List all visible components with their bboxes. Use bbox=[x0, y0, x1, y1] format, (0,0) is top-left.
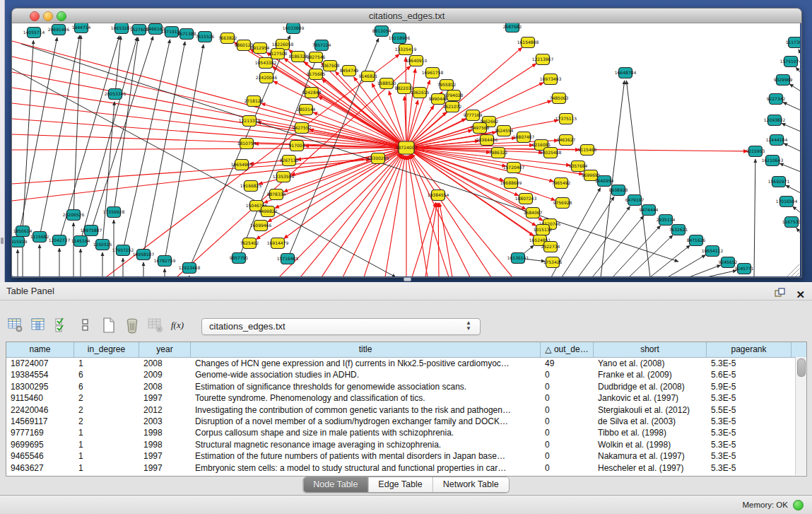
network-canvas[interactable]: 7663822986012389129541822605891275081054… bbox=[12, 23, 800, 276]
graph-node[interactable]: 12923468 bbox=[179, 263, 201, 274]
graph-node[interactable]: 9499822 bbox=[259, 206, 278, 217]
graph-node[interactable]: 2935114 bbox=[657, 215, 676, 226]
graph-edge[interactable] bbox=[12, 88, 399, 146]
graph-node[interactable]: 9215953 bbox=[746, 146, 765, 157]
window-titlebar[interactable]: citations_edges.txt bbox=[12, 8, 801, 23]
delete-rows-icon[interactable] bbox=[124, 317, 142, 335]
graph-edge[interactable] bbox=[707, 270, 736, 276]
memory-status-indicator[interactable] bbox=[793, 500, 804, 510]
graph-edge[interactable] bbox=[385, 156, 405, 276]
graph-node[interactable]: 9127508 bbox=[269, 49, 288, 59]
graph-edge[interactable] bbox=[613, 226, 661, 276]
table-row[interactable]: 946362711997Embryonic stem cells: a mode… bbox=[6, 462, 806, 474]
graph-edge[interactable] bbox=[626, 81, 650, 276]
graph-node[interactable]: 9242848 bbox=[302, 88, 322, 98]
graph-node[interactable]: 8878334 bbox=[267, 189, 286, 200]
graph-node[interactable]: 2718120 bbox=[245, 96, 264, 107]
float-panel-icon[interactable] bbox=[775, 286, 785, 303]
graph-node[interactable]: 1117306 bbox=[786, 37, 800, 48]
graph-node[interactable]: 1621072 bbox=[443, 102, 462, 112]
table-row[interactable]: 977716911998Corpus callosum shape and si… bbox=[6, 427, 806, 438]
graph-node[interactable]: 10958107 bbox=[133, 250, 155, 260]
graph-node[interactable]: 1362615 bbox=[411, 88, 430, 98]
table-row[interactable]: 969969511998Structural magnetic resonanc… bbox=[6, 439, 806, 450]
graph-edge[interactable] bbox=[796, 67, 800, 73]
table-row[interactable]: 911546021997Tourette syndrome. Phenomeno… bbox=[6, 392, 806, 404]
graph-node[interactable]: 18640910 bbox=[406, 56, 428, 66]
resize-grip-icon[interactable] bbox=[796, 273, 799, 276]
graph-node[interactable]: 2367608 bbox=[321, 61, 340, 71]
graph-edge[interactable] bbox=[406, 148, 553, 182]
graph-node[interactable]: 17375115 bbox=[555, 114, 577, 124]
graph-node[interactable]: 16033809 bbox=[283, 23, 305, 34]
graph-edge[interactable] bbox=[650, 245, 690, 276]
graph-node[interactable]: 9756928 bbox=[553, 198, 572, 209]
graph-edge[interactable] bbox=[592, 216, 644, 276]
graph-node[interactable]: 19384554 bbox=[428, 190, 449, 201]
graph-node[interactable]: 9175685 bbox=[307, 69, 326, 80]
graph-node[interactable]: 18300295 bbox=[367, 153, 389, 164]
graph-node[interactable]: 17957252 bbox=[112, 245, 134, 256]
graph-node[interactable]: 7965492 bbox=[552, 178, 571, 189]
graph-node[interactable]: 9827546 bbox=[307, 52, 326, 63]
graph-node[interactable]: 7986322 bbox=[489, 148, 508, 158]
graph-node[interactable]: 8267130 bbox=[280, 156, 299, 166]
graph-edge[interactable] bbox=[754, 159, 755, 276]
resize-grip-icon[interactable] bbox=[792, 269, 799, 276]
graph-edge[interactable] bbox=[784, 144, 800, 151]
graph-node[interactable]: 1015132 bbox=[534, 225, 553, 235]
graph-edge[interactable] bbox=[115, 36, 121, 94]
graph-edge[interactable] bbox=[629, 235, 673, 276]
tab-network-table[interactable]: Network Table bbox=[433, 477, 509, 492]
scrollbar-thumb[interactable] bbox=[797, 358, 806, 377]
graph-node[interactable]: 7632621 bbox=[669, 225, 688, 235]
network-graph[interactable]: 7663822986012389129541822605891275081054… bbox=[12, 23, 800, 276]
graph-edge[interactable] bbox=[411, 154, 512, 276]
graph-node[interactable]: 3915919 bbox=[12, 237, 28, 247]
graph-node[interactable]: 14055714 bbox=[23, 28, 45, 38]
graph-node[interactable]: 19166825 bbox=[240, 181, 262, 192]
graph-node[interactable]: 9329969 bbox=[774, 75, 793, 86]
tab-edge-table[interactable]: Edge Table bbox=[368, 477, 433, 492]
graph-edge[interactable] bbox=[782, 123, 800, 132]
new-table-icon[interactable] bbox=[100, 317, 119, 335]
graph-node[interactable]: 15720407 bbox=[503, 163, 525, 173]
graph-node[interactable]: 8186328 bbox=[289, 52, 308, 62]
graph-node[interactable]: 15716485 bbox=[277, 254, 299, 264]
graph-node[interactable]: 7625402 bbox=[240, 238, 259, 249]
graph-node[interactable]: 20691406 bbox=[48, 25, 70, 35]
graph-edge[interactable] bbox=[799, 49, 800, 54]
table-selector-dropdown[interactable]: citations_edges.txt ▲▼ bbox=[201, 318, 481, 335]
graph-edge[interactable] bbox=[364, 155, 404, 276]
graph-node[interactable]: 13325419 bbox=[395, 45, 417, 55]
graph-edge[interactable] bbox=[189, 35, 290, 268]
graph-node[interactable]: 9463627 bbox=[557, 135, 576, 146]
graph-node[interactable]: 12093832 bbox=[764, 115, 786, 126]
table-row[interactable]: 946554611997Estimation of the future num… bbox=[6, 450, 806, 462]
graph-node[interactable]: 1588520 bbox=[377, 78, 396, 89]
splitter-handle[interactable] bbox=[404, 277, 411, 281]
graph-edge[interactable] bbox=[91, 36, 153, 230]
graph-edge[interactable] bbox=[789, 84, 800, 91]
graph-node[interactable]: 10807487 bbox=[513, 132, 535, 143]
graph-node[interactable]: 9227342 bbox=[767, 94, 786, 105]
graph-node[interactable]: 17016504 bbox=[776, 197, 798, 207]
graph-node[interactable]: 8471626 bbox=[687, 235, 706, 246]
graph-node[interactable]: 8454749 bbox=[340, 66, 359, 76]
tab-node-table[interactable]: Node Table bbox=[303, 477, 368, 492]
graph-node[interactable]: 9671388 bbox=[177, 29, 196, 40]
graph-node[interactable]: 7955812 bbox=[437, 80, 457, 90]
graph-node[interactable]: 3624554 bbox=[495, 126, 514, 136]
table-row[interactable]: 1456911722003Disruption of a novel membe… bbox=[6, 416, 806, 427]
graph-edge[interactable] bbox=[796, 228, 800, 233]
column-header-short[interactable]: short bbox=[594, 342, 707, 357]
graph-node[interactable]: 1167533 bbox=[782, 217, 800, 228]
graph-node[interactable]: 9357684 bbox=[569, 161, 588, 172]
column-header-in_degree[interactable]: in_degree bbox=[74, 342, 139, 357]
graph-node[interactable]: 1850614 bbox=[13, 226, 33, 237]
graph-node[interactable]: 9427552 bbox=[293, 123, 312, 134]
graph-node[interactable]: 19218906 bbox=[389, 33, 411, 44]
table-row[interactable]: 1830029562008Estimation of significance … bbox=[6, 381, 806, 392]
graph-node[interactable]: 8938928 bbox=[609, 185, 628, 196]
column-header-year[interactable]: year bbox=[139, 342, 191, 357]
